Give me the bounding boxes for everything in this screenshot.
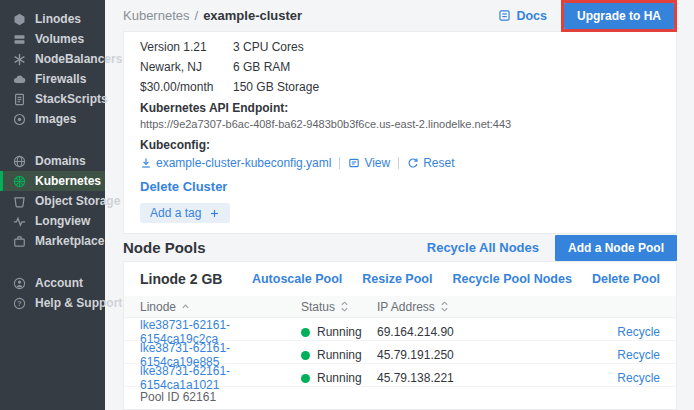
linode-column-label: Linode [140,300,176,314]
sidebar-item-account[interactable]: Account [0,273,105,293]
recycle-node-link[interactable]: Recycle [617,348,660,362]
api-endpoint-block: Kubernetes API Endpoint: https://9e2a730… [140,101,660,130]
cluster-summary-card: Version 1.21 3 CPU Cores Newark, NJ 6 GB… [123,31,677,234]
add-node-pool-button[interactable]: Add a Node Pool [555,235,677,261]
resize-pool-link[interactable]: Resize Pool [362,272,432,286]
plus-icon [209,208,220,219]
view-icon [348,157,360,169]
sidebar-item-domains[interactable]: Domains [0,151,105,171]
column-header-ip[interactable]: IP Address [377,300,596,314]
recycle-all-nodes-link[interactable]: Recycle All Nodes [427,240,539,255]
recycle-pool-nodes-link[interactable]: Recycle Pool Nodes [452,272,572,286]
person-icon [13,277,26,290]
kubeconfig-filename: example-cluster-kubeconfig.yaml [156,156,331,170]
sidebar-item-label: Domains [35,154,86,168]
page-header: Kubernetes / example-cluster Docs Upgrad… [123,0,677,31]
column-header-linode[interactable]: Linode [124,300,301,314]
sidebar-item-label: Kubernetes [35,174,101,188]
sidebar-item-linodes[interactable]: Linodes [0,9,105,29]
status-text: Running [317,348,362,362]
sidebar-item-images[interactable]: Images [0,109,105,129]
spec-price: $30.00/month [140,81,233,94]
view-label: View [364,156,390,170]
ip-address: 69.164.214.90 [377,325,596,339]
docs-icon [498,9,511,22]
kubeconfig-view-link[interactable]: View [348,156,390,170]
status-running-dot [301,351,310,360]
sidebar-item-stackscripts[interactable]: StackScripts [0,89,105,109]
pulse-icon [13,215,26,228]
node-pools-header: Node Pools Recycle All Nodes Add a Node … [123,234,677,261]
docs-link[interactable]: Docs [498,9,547,23]
column-header-status[interactable]: Status [301,300,377,314]
sidebar-item-nodebalancers[interactable]: NodeBalancers [0,49,105,69]
sidebar-item-label: Linodes [35,12,81,26]
ip-address: 45.79.138.221 [377,371,596,385]
pool-header: Linode 2 GB Autoscale Pool Resize Pool R… [124,262,676,296]
node-pool-card: Linode 2 GB Autoscale Pool Resize Pool R… [123,261,677,410]
autoscale-pool-link[interactable]: Autoscale Pool [252,272,342,286]
sidebar-group-divider [0,251,105,273]
table-row: lke38731-62161-6154ca19c2ca Running 69.1… [124,318,676,341]
globe-icon [13,155,26,168]
main-content: Kubernetes / example-cluster Docs Upgrad… [105,0,694,410]
status-column-label: Status [301,300,335,314]
api-endpoint-label: Kubernetes API Endpoint: [140,101,660,115]
status-cell: Running [301,325,377,339]
pool-name: Linode 2 GB [140,271,222,287]
kubeconfig-reset-link[interactable]: Reset [407,156,454,170]
briefcase-icon [13,235,26,248]
pool-id-footer: Pool ID 62161 [124,387,676,409]
upgrade-to-ha-button[interactable]: Upgrade to HA [564,3,674,29]
spec-region: Newark, NJ [140,61,233,74]
nodebalancer-icon [13,53,26,66]
status-text: Running [317,325,362,339]
kubeconfig-download-link[interactable]: example-cluster-kubeconfig.yaml [140,156,331,170]
status-cell: Running [301,348,377,362]
sidebar-item-label: Firewalls [35,72,86,86]
question-icon: ? [13,297,26,310]
reset-label: Reset [423,156,454,170]
api-endpoint-url: https://9e2a7307-b6ac-408f-ba62-9483b0b3… [140,118,660,130]
kubeconfig-label: Kubeconfig: [140,138,660,152]
sidebar-item-volumes[interactable]: Volumes [0,29,105,49]
sidebar-item-object-storage[interactable]: Object Storage [0,191,105,211]
nodes-table: Linode Status IP Address lke38731-62161-… [124,296,676,387]
images-icon [13,113,26,126]
kubeconfig-block: Kubeconfig: example-cluster-kubeconfig.y… [140,138,660,170]
sort-ascending-icon [181,302,190,311]
sidebar-item-help-support[interactable]: ? Help & Support [0,293,105,313]
download-icon [140,157,152,169]
status-running-dot [301,374,310,383]
recycle-node-link[interactable]: Recycle [617,325,660,339]
sidebar-item-firewalls[interactable]: Firewalls [0,69,105,89]
delete-cluster-link[interactable]: Delete Cluster [140,179,227,194]
spec-ram: 6 GB RAM [233,61,660,74]
sidebar-item-label: Marketplace [35,234,104,248]
page-title: example-cluster [203,8,302,23]
sidebar-item-kubernetes[interactable]: Kubernetes [0,171,105,191]
table-row: lke38731-62161-6154ca19e885 Running 45.7… [124,341,676,364]
sidebar-item-marketplace[interactable]: Marketplace [0,231,105,251]
sidebar-item-label: Account [35,276,83,290]
docs-label: Docs [516,9,547,23]
kubernetes-wheel-icon [13,175,26,188]
add-tag-button[interactable]: Add a tag [140,203,230,223]
script-icon [13,93,26,106]
sort-both-icon [340,300,349,313]
table-header-row: Linode Status IP Address [124,296,676,318]
recycle-node-link[interactable]: Recycle [617,371,660,385]
spec-version: Version 1.21 [140,41,233,54]
divider [339,157,340,169]
node-pools-title: Node Pools [123,239,206,256]
add-tag-label: Add a tag [150,206,201,220]
reset-icon [407,157,419,169]
pool-actions: Autoscale Pool Resize Pool Recycle Pool … [252,272,660,286]
volumes-icon [13,33,26,46]
sidebar-item-longview[interactable]: Longview [0,211,105,231]
breadcrumb-kubernetes-link[interactable]: Kubernetes [123,8,190,23]
node-pools-actions: Recycle All Nodes Add a Node Pool [427,235,677,261]
breadcrumb: Kubernetes / example-cluster [123,8,302,23]
sort-both-icon [440,300,449,313]
delete-pool-link[interactable]: Delete Pool [592,272,660,286]
